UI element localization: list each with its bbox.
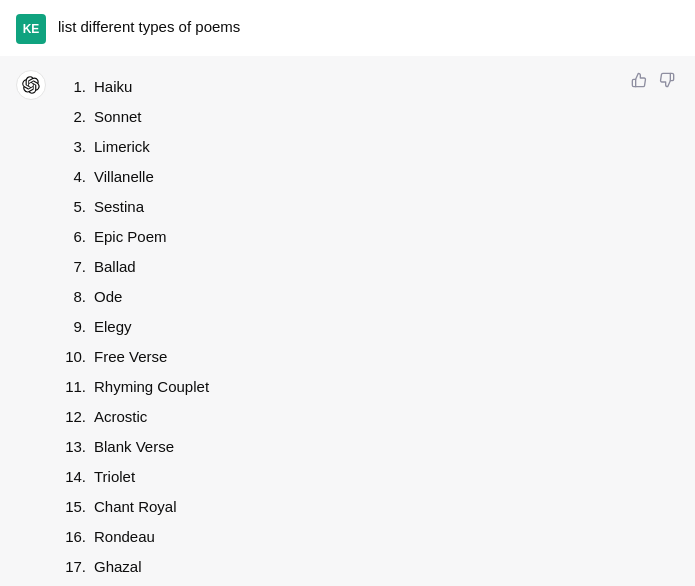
- user-message-text: list different types of poems: [58, 12, 240, 39]
- list-item: 11.Rhyming Couplet: [58, 372, 679, 402]
- list-item: 3.Limerick: [58, 132, 679, 162]
- poem-number: 5.: [58, 195, 94, 219]
- poem-name: Rondeau: [94, 525, 155, 549]
- poem-name: Sonnet: [94, 105, 142, 129]
- poem-number: 9.: [58, 315, 94, 339]
- list-item: 4.Villanelle: [58, 162, 679, 192]
- list-item: 18.Villanicon: [58, 582, 679, 586]
- user-message-row: KE list different types of poems: [0, 0, 695, 56]
- poem-name: Ghazal: [94, 555, 142, 579]
- poem-name: Rhyming Couplet: [94, 375, 209, 399]
- poem-number: 7.: [58, 255, 94, 279]
- list-item: 15.Chant Royal: [58, 492, 679, 522]
- poem-number: 13.: [58, 435, 94, 459]
- list-item: 16.Rondeau: [58, 522, 679, 552]
- list-item: 17.Ghazal: [58, 552, 679, 582]
- poem-number: 16.: [58, 525, 94, 549]
- list-item: 14.Triolet: [58, 462, 679, 492]
- list-item: 1.Haiku: [58, 72, 679, 102]
- user-avatar: KE: [16, 14, 46, 44]
- list-item: 12.Acrostic: [58, 402, 679, 432]
- poem-number: 6.: [58, 225, 94, 249]
- poem-number: 11.: [58, 375, 94, 399]
- assistant-message-content: 1.Haiku2.Sonnet3.Limerick4.Villanelle5.S…: [58, 68, 679, 586]
- assistant-message-row: 1.Haiku2.Sonnet3.Limerick4.Villanelle5.S…: [0, 56, 695, 586]
- poem-number: 17.: [58, 555, 94, 579]
- poem-name: Free Verse: [94, 345, 167, 369]
- poem-number: 8.: [58, 285, 94, 309]
- list-item: 2.Sonnet: [58, 102, 679, 132]
- poem-name: Sestina: [94, 195, 144, 219]
- poem-number: 15.: [58, 495, 94, 519]
- list-item: 5.Sestina: [58, 192, 679, 222]
- poem-number: 14.: [58, 465, 94, 489]
- poem-name: Elegy: [94, 315, 132, 339]
- list-item: 13.Blank Verse: [58, 432, 679, 462]
- thumbs-up-button[interactable]: [627, 68, 651, 92]
- poem-number: 4.: [58, 165, 94, 189]
- list-item: 8.Ode: [58, 282, 679, 312]
- list-item: 7.Ballad: [58, 252, 679, 282]
- list-item: 6.Epic Poem: [58, 222, 679, 252]
- feedback-icons: [627, 68, 679, 92]
- poem-number: 12.: [58, 405, 94, 429]
- poem-number: 2.: [58, 105, 94, 129]
- poem-name: Ode: [94, 285, 122, 309]
- poem-number: 1.: [58, 75, 94, 99]
- thumbs-down-button[interactable]: [655, 68, 679, 92]
- poem-name: Acrostic: [94, 405, 147, 429]
- poem-name: Ballad: [94, 255, 136, 279]
- list-item: 10.Free Verse: [58, 342, 679, 372]
- poem-number: 10.: [58, 345, 94, 369]
- poem-name: Chant Royal: [94, 495, 177, 519]
- poem-name: Limerick: [94, 135, 150, 159]
- assistant-avatar: [16, 70, 46, 100]
- poem-name: Epic Poem: [94, 225, 167, 249]
- list-item: 9.Elegy: [58, 312, 679, 342]
- poem-name: Villanelle: [94, 165, 154, 189]
- poem-list: 1.Haiku2.Sonnet3.Limerick4.Villanelle5.S…: [58, 72, 679, 586]
- poem-name: Blank Verse: [94, 435, 174, 459]
- poem-name: Triolet: [94, 465, 135, 489]
- poem-name: Haiku: [94, 75, 132, 99]
- poem-number: 3.: [58, 135, 94, 159]
